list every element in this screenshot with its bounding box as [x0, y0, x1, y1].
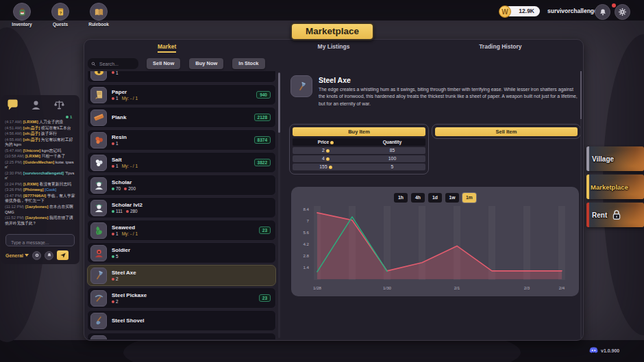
in-stock-button[interactable]: In Stock — [232, 58, 264, 69]
gear-icon — [34, 253, 40, 258]
search-icon — [91, 62, 96, 66]
chat-tab-messages[interactable] — [5, 98, 19, 112]
chat-message: (10:58 AM) [LRXMI] 只相一千条了 — [5, 154, 76, 159]
nav-village-button[interactable]: Village — [586, 146, 644, 171]
lock-icon — [610, 208, 623, 222]
shovel-icon — [90, 313, 107, 329]
order-table-header: PriceQuantity — [293, 138, 425, 146]
price-chart[interactable]: 1.42.84.25.678.41/281/302/12/32/4 — [291, 187, 579, 296]
item-name: Salt — [112, 157, 254, 163]
chat-message: (2:25 PM) [GuidesMechan] kotw. tpwsn' — [5, 160, 76, 170]
item-name: Steel Pickaxe — [112, 292, 259, 298]
order-col-quantity: Quantity — [359, 138, 425, 146]
chat-input-box[interactable] — [5, 234, 75, 246]
sell-now-button[interactable]: Sell Now — [147, 58, 180, 69]
svg-text:2/4: 2/4 — [559, 285, 565, 290]
tab-trading-history[interactable]: Trading History — [417, 43, 584, 50]
item-row-scholar[interactable]: Scholar70200 — [87, 174, 276, 196]
order-row[interactable]: 4100 — [293, 155, 425, 162]
sell-item-button[interactable]: Sell Item — [435, 127, 578, 136]
buy-now-button[interactable]: Buy Now — [189, 58, 223, 69]
coin-icon — [326, 149, 330, 153]
time-range-1w[interactable]: 1w — [445, 193, 459, 203]
chat-message: (11:12 PM) [1azybones] 在本点在买啊 QMG — [5, 205, 76, 215]
item-row-steel-shovel[interactable]: Steel Shovel — [87, 310, 276, 331]
item-name: Scholar — [112, 179, 271, 185]
detail-item-icon-tile — [290, 75, 312, 97]
item-name: Plank — [112, 114, 254, 120]
rulebook-icon — [94, 7, 104, 17]
notifications-button[interactable] — [595, 4, 610, 20]
chat-bottom-bar: General — [5, 250, 75, 261]
top-nav-rulebook[interactable]: Rulebook — [84, 3, 114, 27]
svg-text:1/30: 1/30 — [383, 285, 392, 290]
online-indicator: 1 — [66, 115, 72, 119]
time-range-1d[interactable]: 1d — [428, 193, 442, 203]
order-row[interactable]: 285 — [293, 147, 425, 154]
item-row[interactable]: 1 — [87, 71, 276, 83]
time-range-1h[interactable]: 1h — [394, 193, 408, 203]
send-icon — [60, 252, 66, 259]
chat-message: (4:56 AM) [oh:品子] 孩子坏行 — [5, 131, 76, 137]
search-input[interactable] — [98, 61, 136, 67]
chat-mute-button[interactable] — [45, 251, 53, 260]
detail-scrollbar[interactable] — [580, 71, 582, 338]
tab-market[interactable]: Market — [84, 43, 250, 50]
item-name: Soldier — [112, 247, 271, 253]
nav-label: Village — [592, 155, 614, 163]
svg-text:1.4: 1.4 — [303, 265, 309, 270]
nav-rent-button[interactable]: Rent — [586, 203, 644, 227]
item-row-paper[interactable]: Paper1My: - / 1940 — [87, 84, 276, 105]
time-range-1m[interactable]: 1m — [462, 193, 476, 203]
salt-icon — [90, 155, 107, 171]
item-row-steel-pickaxe[interactable]: Steel Pickaxe223 — [87, 287, 276, 309]
sell-section: Sell Item — [432, 124, 581, 139]
stock-badge: 2128 — [254, 114, 271, 121]
item-row-seaweed[interactable]: Seaweed1My: - / 123 — [87, 220, 276, 241]
chat-settings-button[interactable] — [32, 251, 41, 260]
item-name: Scholar lvl2 — [112, 202, 271, 208]
top-nav: Inventory?QuestsRulebook — [7, 3, 114, 27]
top-nav-inventory[interactable]: Inventory — [7, 3, 37, 27]
bell-icon — [599, 8, 607, 16]
svg-text:8.4: 8.4 — [303, 207, 309, 211]
discord-icon — [589, 347, 598, 354]
stock-badge: 8374 — [254, 136, 271, 144]
item-name: Paper — [112, 89, 256, 95]
top-nav-label: Quests — [45, 22, 75, 27]
order-table-body: 28541001555 — [293, 147, 425, 170]
item-name: Steel Axe — [112, 270, 271, 276]
item-row-steel-axe[interactable]: Steel Axe2 — [87, 265, 276, 286]
send-message-button[interactable] — [57, 250, 69, 260]
buy-item-button[interactable]: Buy Item — [293, 127, 425, 136]
svg-text:2/3: 2/3 — [524, 285, 530, 290]
chat-message: (3:26 PM) [Phönweg] [Cook] — [5, 188, 76, 193]
soldier-icon — [90, 245, 107, 261]
settings-button[interactable] — [615, 4, 630, 20]
chat-input[interactable] — [10, 237, 71, 248]
item-row-resin[interactable]: Resin18374 — [87, 129, 276, 151]
chat-tab-players[interactable] — [29, 98, 42, 112]
detail-item-description: The edge creates a whistling hum as it s… — [319, 86, 578, 107]
item-name: Steel Shovel — [112, 318, 271, 324]
time-range-buttons: 1h4h1d1w1m — [291, 193, 579, 203]
item-name: Seaweed — [112, 224, 259, 231]
chat-tab-trade[interactable] — [52, 98, 66, 112]
chat-tabs — [5, 98, 74, 112]
top-nav-quests[interactable]: ?Quests — [45, 3, 75, 27]
order-row[interactable]: 1555 — [293, 164, 425, 170]
item-row-plank[interactable]: Plank2128 — [87, 107, 276, 128]
location-nav: VillageMarketplaceRent — [586, 146, 644, 231]
item-row-stone[interactable]: Stone44910A — [87, 333, 276, 339]
coin-icon — [326, 157, 330, 161]
search-box[interactable] — [88, 58, 138, 69]
channel-selector[interactable]: General — [5, 253, 29, 258]
tab-my-listings[interactable]: My Listings — [250, 43, 417, 50]
item-row-salt[interactable]: Salt1My: - / 13822 — [87, 152, 276, 173]
item-list-scrollbar[interactable] — [278, 73, 280, 338]
nav-marketplace-button[interactable]: Marketplace — [586, 174, 644, 199]
chat-messages: (4:17 AM) [LRXMI] 人刀金子的浪(4:51 AM) [oh:品子… — [5, 120, 76, 231]
time-range-4h[interactable]: 4h — [411, 193, 425, 203]
item-row-soldier[interactable]: Soldier5 — [87, 242, 276, 263]
item-row-scholar-lvl2[interactable]: Scholar lvl2111280 — [87, 197, 276, 218]
